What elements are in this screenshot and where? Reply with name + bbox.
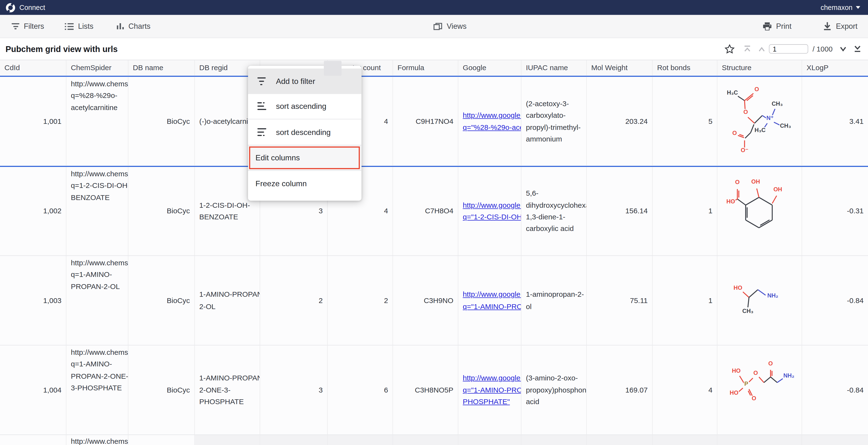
user-menu[interactable]: chemaxon xyxy=(820,0,860,15)
export-button[interactable]: Export xyxy=(823,15,858,38)
cell-iupac-name: (3-amino-2-oxo- propoxy)phosphonic acid xyxy=(521,346,587,435)
cell-placeholder xyxy=(587,435,653,445)
svg-text:OH: OH xyxy=(751,178,760,185)
filters-label: Filters xyxy=(24,22,44,31)
cell-db-name: BioCyc xyxy=(128,77,195,166)
cell-acceptor-count: 2 xyxy=(328,256,393,345)
menu-item-label: Add to filter xyxy=(276,77,315,85)
cell-iupac-name: 5,6- dihydroxycyclohexa- 1,3-diene-1- ca… xyxy=(521,167,587,255)
cell-google-link[interactable]: http://www.google.c q="1-AMINO-PROPA PHO… xyxy=(459,346,522,435)
cell-chemspider: http://www.chems xyxy=(66,435,128,445)
views-icon xyxy=(434,23,442,30)
cell-formula: C3H9NO xyxy=(393,256,459,345)
views-button[interactable]: Views xyxy=(434,15,467,38)
table-row[interactable]: 1,004 http://www.chems q=1-AMINO- PROPAN… xyxy=(0,346,868,435)
table-row[interactable]: 1,001 http://www.chems q=%28-%29o- acety… xyxy=(0,77,868,167)
cell-placeholder xyxy=(521,435,587,445)
table-row[interactable]: 1,003 http://www.chems q=1-AMINO- PROPAN… xyxy=(0,256,868,345)
cell-xlogp: -0.84 xyxy=(802,346,868,435)
table-row-partial[interactable]: http://www.chems xyxy=(0,435,868,445)
cell-chemspider: http://www.chems q=1-AMINO- PROPAN-2-ONE… xyxy=(66,346,128,435)
app-root: Connect chemaxon Filters Lists xyxy=(0,0,868,445)
print-label: Print xyxy=(776,22,792,31)
cell-db-regid: 1-AMINO-PROPAN- 2-OL xyxy=(195,256,260,345)
cell-formula: C3H8NO5P xyxy=(393,346,459,435)
column-header-db-name[interactable]: DB name xyxy=(128,60,195,76)
cell-placeholder xyxy=(459,435,522,445)
export-label: Export xyxy=(836,22,857,31)
column-header-formula[interactable]: Formula xyxy=(393,60,459,76)
cell-cdid: 1,004 xyxy=(0,346,66,435)
svg-text:O: O xyxy=(768,360,773,367)
next-page-icon[interactable] xyxy=(836,42,850,56)
column-header-rot-bonds[interactable]: Rot bonds xyxy=(653,60,717,76)
column-header-iupac-name[interactable]: IUPAC name xyxy=(521,60,587,76)
column-menu-button[interactable] xyxy=(324,61,341,76)
print-button[interactable]: Print xyxy=(763,15,792,38)
column-header-chemspider[interactable]: ChemSpider xyxy=(66,60,128,76)
last-page-icon[interactable] xyxy=(850,42,865,56)
svg-text:O: O xyxy=(753,369,758,376)
page-number-input[interactable] xyxy=(769,44,808,54)
view-title-bar: Pubchem grid view with urls / 1000 xyxy=(0,38,868,60)
menu-item-sort-descending[interactable]: sort descending xyxy=(248,119,361,145)
menu-item-label: sort descending xyxy=(276,128,331,136)
charts-label: Charts xyxy=(128,22,150,31)
page-total: / 1000 xyxy=(812,45,833,53)
previous-page-icon[interactable] xyxy=(754,42,769,56)
cell-structure: H₃COON⁺CH₃CH₃H₃COO⁻ xyxy=(717,77,802,166)
cell-db-name: BioCyc xyxy=(128,346,195,435)
column-header-google[interactable]: Google xyxy=(459,60,522,76)
user-name: chemaxon xyxy=(820,4,852,11)
printer-icon xyxy=(763,22,772,31)
cell-google-link[interactable]: http://www.google.c q="%28-%29o-acety xyxy=(459,77,522,166)
menu-item-freeze-column[interactable]: Freeze column xyxy=(248,171,361,196)
svg-text:HO: HO xyxy=(732,367,741,374)
column-header-cdid[interactable]: CdId xyxy=(0,60,66,76)
cell-cdid: 1,001 xyxy=(0,77,66,166)
cell-cdid: 1,003 xyxy=(0,256,66,345)
cell-chemspider: http://www.chems q=1-AMINO- PROPAN-2-OL xyxy=(66,256,128,345)
bar-chart-icon xyxy=(117,23,124,30)
first-page-icon[interactable] xyxy=(740,42,754,56)
lists-label: Lists xyxy=(78,22,93,31)
menu-item-add-to-filter[interactable]: Add to filter xyxy=(248,68,361,94)
svg-text:HO: HO xyxy=(730,389,738,396)
menu-item-label: sort ascending xyxy=(276,102,326,111)
cell-formula: C9H17NO4 xyxy=(393,77,459,166)
cell-rot-bonds: 1 xyxy=(653,167,717,255)
favorite-star-icon[interactable] xyxy=(722,42,737,56)
menu-item-label: Freeze column xyxy=(255,179,307,188)
cell-structure: HOHOPOOONH₂ xyxy=(717,346,802,435)
chevron-down-icon xyxy=(856,6,860,9)
structure-drawing: OHOOHOH xyxy=(726,172,793,250)
cell-donor-count: 2 xyxy=(260,256,328,345)
svg-text:CH₃: CH₃ xyxy=(780,123,791,129)
svg-text:P: P xyxy=(744,380,748,387)
column-header-structure[interactable]: Structure xyxy=(717,60,802,76)
lists-button[interactable]: Lists xyxy=(65,15,93,38)
cell-db-name: BioCyc xyxy=(128,256,195,345)
cell-xlogp: -0.84 xyxy=(802,256,868,345)
cell-chemspider: http://www.chems q=%28-%29o- acetylcarni… xyxy=(66,77,128,166)
column-header-xlogp[interactable]: XLogP xyxy=(802,60,868,76)
cell-rot-bonds: 4 xyxy=(653,346,717,435)
menu-item-sort-ascending[interactable]: sort ascending xyxy=(248,94,361,119)
charts-button[interactable]: Charts xyxy=(117,15,150,38)
column-context-menu: Add to filter sort ascending sort descen… xyxy=(248,66,361,201)
cell-xlogp: 3.41 xyxy=(802,77,868,166)
cell-google-link[interactable]: http://www.google.c q="1-AMINO-PROPA xyxy=(459,256,522,345)
menu-item-edit-columns[interactable]: Edit columns xyxy=(248,145,361,170)
cell-iupac-name: 1-aminopropan-2- ol xyxy=(521,256,587,345)
table-row[interactable]: 1,002 http://www.chems q=1-2-CIS-DI-OH- … xyxy=(0,167,868,256)
cell-structure: OHOOHOH xyxy=(717,167,802,255)
svg-text:H₃C: H₃C xyxy=(754,127,766,134)
cell-google-link[interactable]: http://www.google.c q="1-2-CIS-DI-OH-BE xyxy=(459,167,522,255)
filters-button[interactable]: Filters xyxy=(11,15,44,38)
list-icon xyxy=(65,23,73,30)
cell-xlogp: -0.31 xyxy=(802,167,868,255)
cell-acceptor-count: 6 xyxy=(328,346,393,435)
views-label: Views xyxy=(447,22,467,31)
cell-mol-weight: 156.14 xyxy=(587,167,653,255)
column-header-mol-weight[interactable]: Mol Weight xyxy=(587,60,653,76)
